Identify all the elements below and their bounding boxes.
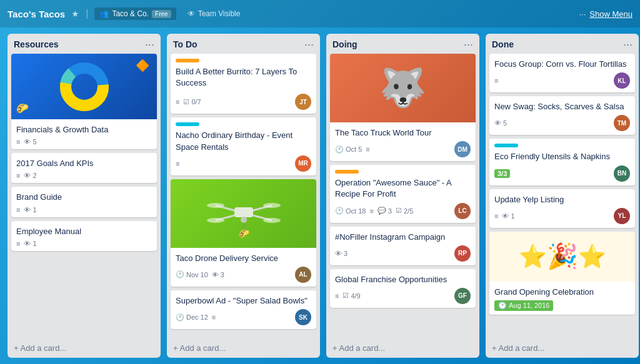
comment-icon: 💬: [378, 207, 386, 215]
card-superbowl[interactable]: Superbowl Ad - "Super Salad Bowls" 🕐 Dec…: [171, 290, 316, 329]
avatar-taco-truck: DM: [454, 141, 471, 157]
column-done: Done ··· Focus Group: Corn vs. Flour Tor…: [486, 34, 639, 358]
eye-icon: 👁: [212, 271, 219, 278]
meta-watch-financials: 👁 5: [24, 138, 36, 145]
column-menu-resources[interactable]: ···: [145, 39, 154, 50]
watch-count-financials: 5: [32, 138, 36, 145]
column-menu-todo[interactable]: ···: [304, 39, 314, 50]
card-goals[interactable]: 2017 Goals And KPIs ≡ 👁 2: [11, 153, 157, 183]
free-badge: Free: [152, 10, 171, 18]
workspace-icon: 👥: [99, 9, 109, 18]
label-burrito: [176, 59, 199, 62]
desc-icon: ≡: [335, 292, 339, 300]
card-title-nofiller: #NoFiller Instagram Campaign: [335, 232, 471, 243]
add-card-doing[interactable]: + Add a card...: [326, 340, 479, 358]
card-meta-employee: ≡ 👁 1: [16, 240, 152, 247]
card-eco[interactable]: Eco Friendly Utensils & Napkins 3/3 BN: [489, 139, 635, 185]
card-title-employee: Employee Manual: [16, 226, 152, 237]
add-card-todo[interactable]: + Add a card...: [167, 340, 320, 358]
star-icon[interactable]: ★: [71, 9, 79, 19]
meta-desc-focus-group: ≡: [494, 77, 498, 84]
divider: |: [86, 8, 88, 19]
card-employee[interactable]: Employee Manual ≡ 👁 1: [11, 221, 157, 251]
card-title-financials: Financials & Growth Data: [16, 124, 152, 135]
meta-desc-superbowl: ≡: [212, 313, 216, 321]
checklist-count-franchise: 4/9: [351, 292, 360, 300]
card-nofiller[interactable]: #NoFiller Instagram Campaign 👁 3 RP: [330, 227, 476, 265]
label-nacho: [176, 122, 199, 126]
svg-rect-4: [234, 207, 253, 217]
add-card-done[interactable]: + Add a card...: [486, 340, 639, 358]
card-taco-truck[interactable]: 🐺 The Taco Truck World Tour 🕐 Oct 5 ≡ DM: [330, 54, 476, 161]
card-franchise[interactable]: Global Franchise Opportunities ≡ ☑ 4/9 G…: [330, 269, 476, 308]
eye-icon: 👁: [24, 172, 31, 179]
card-brand[interactable]: Brand Guide ≡ 👁 1: [11, 187, 157, 217]
desc-icon: ≡: [16, 172, 20, 179]
card-financials[interactable]: 🔶 🌮 Financials & Growth Data ≡ 👁 5: [11, 54, 157, 149]
checklist-icon: ☑: [183, 98, 189, 106]
card-title-grand-opening: Grand Opening Celebration: [494, 287, 630, 298]
workspace-badge[interactable]: 👥 Taco & Co. Free: [94, 7, 176, 20]
eye-icon: 👁: [494, 119, 501, 127]
eye-icon: 👁: [24, 240, 31, 247]
card-title-focus-group: Focus Group: Corn vs. Flour Tortillas: [494, 59, 630, 70]
label-eco: [494, 144, 518, 147]
column-menu-done[interactable]: ···: [623, 39, 632, 50]
meta-desc-burrito: ≡: [176, 98, 179, 106]
card-meta-superbowl: 🕐 Dec 12 ≡ SK: [176, 309, 311, 325]
checklist-icon: ☑: [396, 207, 402, 215]
desc-icon: ≡: [494, 77, 498, 84]
card-title-burrito: Build A Better Burrito: 7 Layers To Succ…: [176, 66, 311, 89]
card-meta-awesome-sauce: 🕐 Oct 18 ≡ 💬 3 ☑ 2/5 LC: [335, 203, 471, 219]
card-nacho[interactable]: Nacho Ordinary Birthday - Event Space Re…: [171, 117, 316, 175]
card-title-superbowl: Superbowl Ad - "Super Salad Bowls": [176, 295, 311, 307]
meta-watch-goals: 👁 2: [24, 172, 36, 179]
card-swag[interactable]: New Swag: Socks, Scarves & Salsa 👁 5 TM: [489, 96, 635, 135]
add-card-resources[interactable]: + Add a card...: [8, 340, 161, 358]
clock-icon: 🕐: [176, 313, 184, 322]
card-grand-opening[interactable]: ⭐ 🎉 ⭐ Grand Opening Celebration 🕐 Aug 11…: [489, 232, 635, 315]
avatar-superbowl: SK: [295, 309, 311, 325]
column-menu-doing[interactable]: ···: [464, 39, 473, 50]
card-burrito[interactable]: Build A Better Burrito: 7 Layers To Succ…: [171, 54, 316, 114]
card-title-swag: New Swag: Socks, Scarves & Salsa: [494, 101, 630, 112]
checklist-icon: ☑: [342, 292, 349, 300]
meta-desc-awesome-sauce: ≡: [369, 207, 373, 215]
eye-icon: 👁: [24, 138, 31, 145]
card-title-awesome-sauce: Operation "Awesome Sauce" - A Recipe For…: [335, 177, 471, 200]
date-awesome-sauce: Oct 18: [346, 207, 366, 215]
avatar-drone: AL: [295, 267, 311, 283]
card-awesome-sauce[interactable]: Operation "Awesome Sauce" - A Recipe For…: [330, 165, 476, 222]
meta-comments-awesome-sauce: 💬 3: [378, 207, 392, 215]
eye-icon: 👁: [502, 212, 509, 220]
watch-count-yelp: 1: [511, 212, 514, 220]
card-drone[interactable]: 🌮 Taco Drone Delivery Service 🕐 Nov 10 👁…: [171, 179, 316, 287]
column-header-resources: Resources ···: [8, 34, 161, 54]
desc-icon: ≡: [369, 207, 373, 215]
meta-watch-yelp: 👁 1: [502, 212, 514, 220]
column-title-done: Done: [492, 39, 514, 49]
meta-desc-employee: ≡: [16, 240, 20, 247]
svg-point-13: [241, 217, 247, 223]
card-title-yelp: Update Yelp Listing: [494, 194, 630, 205]
svg-point-9: [207, 203, 224, 208]
date-grand-opening: Aug 11, 2016: [509, 302, 549, 309]
meta-watch-nofiller: 👁 3: [335, 250, 348, 257]
drone-cover: 🌮: [171, 179, 316, 248]
card-title-brand: Brand Guide: [16, 192, 152, 203]
checklist-count-burrito: 0/7: [191, 98, 201, 106]
show-menu-button[interactable]: Show Menu: [589, 9, 632, 19]
card-yelp[interactable]: Update Yelp Listing ≡ 👁 1 YL: [489, 189, 635, 228]
star-left: ⭐: [519, 243, 547, 270]
column-header-todo: To Do ···: [167, 34, 320, 54]
team-badge[interactable]: 👁 Team Visible: [182, 7, 246, 20]
meta-desc-yelp: ≡: [494, 212, 498, 220]
meta-watch-swag: 👁 5: [494, 119, 507, 127]
meta-date-superbowl: 🕐 Dec 12: [176, 313, 208, 322]
card-focus-group[interactable]: Focus Group: Corn vs. Flour Tortillas ≡ …: [489, 54, 635, 92]
card-meta-swag: 👁 5 TM: [494, 115, 630, 131]
board-title[interactable]: Taco's Tacos: [8, 9, 65, 19]
watch-count-nofiller: 3: [344, 250, 348, 257]
avatar-swag: TM: [614, 115, 630, 131]
clock-icon: 🕐: [176, 270, 184, 278]
